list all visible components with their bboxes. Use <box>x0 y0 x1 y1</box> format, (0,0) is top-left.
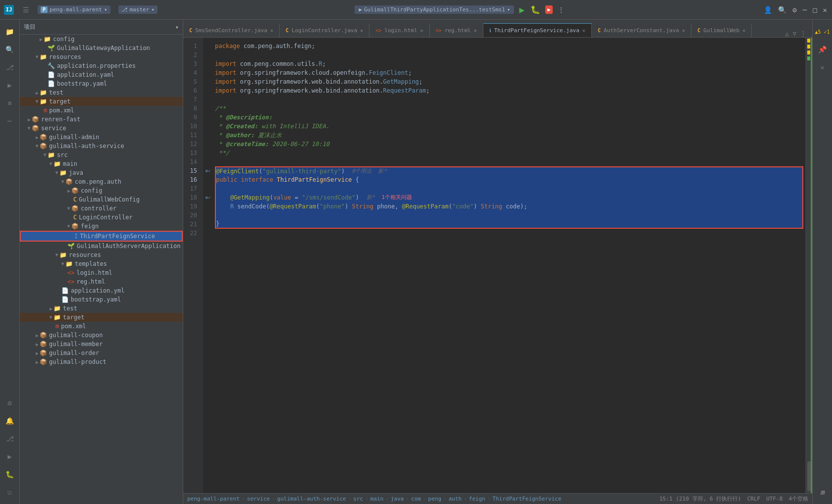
breadcrumb-com[interactable]: com <box>411 496 421 502</box>
tree-item-member[interactable]: ▶ 📦 gulimall-member <box>20 340 183 349</box>
breadcrumb-auth[interactable]: gulimall-auth-service <box>277 496 346 502</box>
run-config-selector[interactable]: ▶ GulimallThirdPartyApplicationTes...tes… <box>355 5 514 14</box>
gutter-run-line16[interactable] <box>203 175 213 184</box>
breadcrumb-src[interactable]: src <box>353 496 363 502</box>
close-button[interactable]: ✕ <box>822 5 828 15</box>
tab-close-login[interactable]: ✕ <box>360 28 363 33</box>
tree-item-config-pkg[interactable]: ▶ 📦 config <box>20 186 183 195</box>
breadcrumb-auth2[interactable]: auth <box>449 496 462 502</box>
encoding[interactable]: UTF-8 <box>766 496 782 502</box>
branch-badge[interactable]: ⎇ master ▾ <box>118 5 157 14</box>
tree-item-pom[interactable]: m pom.xml <box>20 106 183 115</box>
tree-item-login-html[interactable]: <> login.html <box>20 268 183 277</box>
tree-item-bootstrap2[interactable]: 📄 bootstrap.yaml <box>20 295 183 304</box>
tab-close-reg[interactable]: ✕ <box>474 28 477 33</box>
tree-item-coupon[interactable]: ▶ 📦 gulimall-coupon <box>20 331 183 340</box>
debug-button[interactable]: 🐛 <box>529 4 541 15</box>
right-icon-bookmark[interactable]: 📌 <box>815 42 831 57</box>
tree-item-gulimall-admin[interactable]: ▶ 📦 gulimall-admin <box>20 133 183 142</box>
tree-item-service[interactable]: ▶ 📦 service <box>20 124 183 133</box>
right-icon-close[interactable]: ✕ <box>815 59 831 75</box>
right-icon-notifications[interactable]: ▲5 ✓1 <box>815 24 831 40</box>
tab-gulimall-web[interactable]: C GulimallWeb ✕ <box>691 23 752 37</box>
code-content[interactable]: package com.peng.auth.feign; import com.… <box>213 38 805 493</box>
sidebar-icon-folder[interactable]: 📁 <box>2 24 18 40</box>
tree-item-java[interactable]: ▶ 📁 java <box>20 168 183 177</box>
breadcrumb-service[interactable]: service <box>247 496 270 502</box>
tree-item-bootstrap-yaml[interactable]: 📄 bootstrap.yaml <box>20 79 183 88</box>
tree-item-src[interactable]: ▶ 📁 src <box>20 151 183 159</box>
breadcrumb-class[interactable]: ThirdPartFeignService <box>493 496 562 502</box>
settings-icon[interactable]: ⚙ <box>791 5 797 15</box>
sidebar-icon-todo[interactable]: ☑ <box>2 484 18 500</box>
tab-close-login-html[interactable]: ✕ <box>420 28 423 33</box>
tree-item-reg-html[interactable]: <> reg.html <box>20 277 183 286</box>
tree-item-resources2[interactable]: ▶ 📁 resources <box>20 251 183 259</box>
tab-close-gulimall[interactable]: ✕ <box>742 28 745 33</box>
sidebar-icon-more[interactable]: ⋯ <box>2 113 18 129</box>
tab-login-html[interactable]: <> login.html ✕ <box>369 23 429 37</box>
breadcrumb-peng[interactable]: peng <box>428 496 442 502</box>
sidebar-icon-debug[interactable]: 🐛 <box>2 466 18 482</box>
sidebar-icon-structure[interactable]: ≡ <box>2 95 18 111</box>
project-chevron[interactable]: ▾ <box>175 24 179 31</box>
tree-item-gulimall-web-config[interactable]: C GulimallWebConfig <box>20 195 183 204</box>
breadcrumb-root[interactable]: peng-mall-parent <box>187 496 240 502</box>
tree-item-login-controller[interactable]: C LoginController <box>20 213 183 222</box>
maximize-button[interactable]: □ <box>812 5 818 15</box>
tree-item-target2[interactable]: ▶ 📁 target <box>20 313 183 322</box>
tabs-nav-right[interactable]: ▽ <box>791 30 798 37</box>
breadcrumb-main[interactable]: main <box>370 496 384 502</box>
tree-item-main[interactable]: ▶ 📁 main <box>20 159 183 168</box>
tree-item-third-part-feign[interactable]: I ThirdPartFeignService <box>20 231 183 242</box>
tabs-more-btn[interactable]: ⋮ <box>798 30 808 37</box>
gutter-run-line18[interactable]: ⊕✓ <box>203 193 213 202</box>
tree-item-config[interactable]: ▶ 📁 config <box>20 35 183 44</box>
tree-item-app-yaml2[interactable]: 📄 application.yml <box>20 286 183 295</box>
profile-icon[interactable]: 👤 <box>763 5 773 15</box>
tab-auth-const[interactable]: C AuthServerConstant.java ✕ <box>592 23 691 37</box>
sidebar-icon-terminal[interactable]: ▶ <box>2 449 18 464</box>
tree-item-com-peng-auth[interactable]: ▶ 📦 com.peng.auth <box>20 177 183 186</box>
run-button[interactable]: ▶ <box>518 3 525 16</box>
tab-login[interactable]: C LoginController.java ✕ <box>280 23 370 37</box>
tree-item-controller-pkg[interactable]: ▶ 📦 controller <box>20 204 183 213</box>
indent-type[interactable]: 4个空格 <box>788 495 808 503</box>
tree-item-test[interactable]: ▶ 📁 test <box>20 88 183 97</box>
sidebar-icon-notifications[interactable]: 🔔 <box>2 413 18 429</box>
sidebar-icon-search[interactable]: 🔍 <box>2 42 18 57</box>
tree-item-gulimall-gateway[interactable]: 🌱 GulimallGatewayApplication <box>20 44 183 52</box>
search-icon[interactable]: 🔍 <box>777 5 787 15</box>
tree-item-order[interactable]: ▶ 📦 gulimall-order <box>20 349 183 357</box>
tab-close-auth-const[interactable]: ✕ <box>682 28 685 33</box>
tab-sms[interactable]: C SmsSendController.java ✕ <box>183 23 280 37</box>
tree-item-renren[interactable]: ▶ 📦 renren-fast <box>20 115 183 124</box>
gutter-run-line15[interactable]: ⊕✓ <box>203 166 213 175</box>
tab-feign[interactable]: ℹ ThirdPartFeignService.java ✕ <box>483 23 592 37</box>
more-actions[interactable]: ⋮ <box>557 5 566 15</box>
tree-item-app-yaml[interactable]: 📄 application.yaml <box>20 70 183 79</box>
breadcrumb-java[interactable]: java <box>391 496 404 502</box>
sidebar-icon-settings[interactable]: ⚙ <box>2 395 18 411</box>
tree-item-pom2[interactable]: m pom.xml <box>20 322 183 331</box>
tree-item-feign-pkg[interactable]: ▶ 📦 feign <box>20 222 183 231</box>
tree-item-resources[interactable]: ▶ 📁 resources <box>20 52 183 61</box>
line-ending[interactable]: CRLF <box>747 496 761 502</box>
tree-item-test2[interactable]: ▶ 📁 test <box>20 304 183 313</box>
tree-item-product[interactable]: ▶ 📦 gulimall-product <box>20 357 183 366</box>
hamburger-menu[interactable]: ☰ <box>18 2 34 18</box>
tab-reg[interactable]: <> reg.html ✕ <box>430 23 483 37</box>
tree-item-target[interactable]: ▶ 📁 target <box>20 97 183 106</box>
tree-item-gulimall-auth-app[interactable]: 🌱 GulimallAuthServerApplication <box>20 242 183 251</box>
tree-item-gulimall-auth[interactable]: ▶ 📦 gulimall-auth-service <box>20 142 183 151</box>
minimize-button[interactable]: ─ <box>802 5 808 15</box>
breadcrumb-feign[interactable]: feign <box>469 496 485 502</box>
run-coverage-button[interactable]: ▶ <box>545 5 553 14</box>
sidebar-icon-run[interactable]: ▶ <box>2 77 18 93</box>
tab-close-feign[interactable]: ✕ <box>582 28 585 33</box>
tab-close-sms[interactable]: ✕ <box>270 28 273 33</box>
sidebar-icon-git[interactable]: ⎇ <box>2 59 18 75</box>
sidebar-icon-git2[interactable]: ⎇ <box>2 431 18 447</box>
tabs-nav-left[interactable]: △ <box>783 30 791 37</box>
project-badge[interactable]: P peng-mall-parent ▾ <box>38 5 110 14</box>
